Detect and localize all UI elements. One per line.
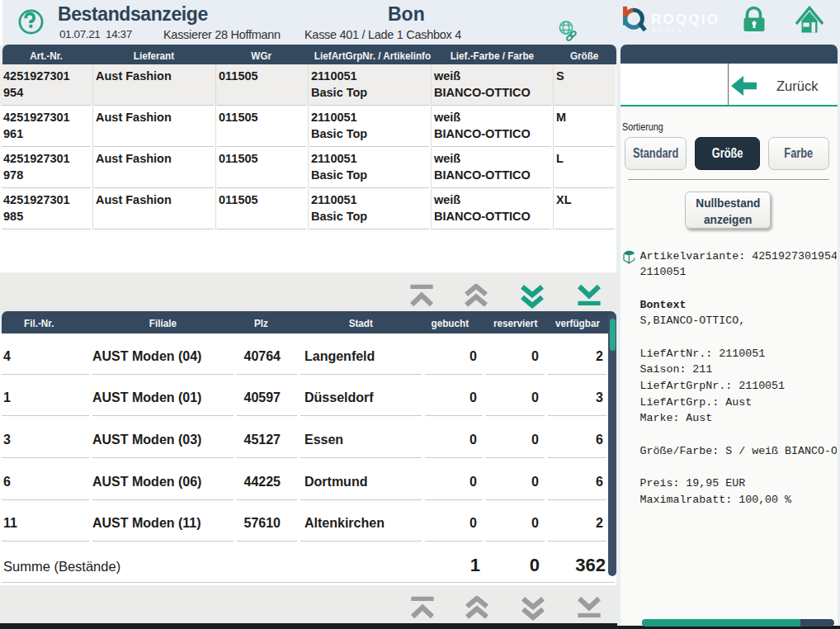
svg-text:4.1.14.0: 4.1.14.0 (652, 27, 682, 33)
svg-text:ROQQIO: ROQQIO (651, 12, 720, 27)
